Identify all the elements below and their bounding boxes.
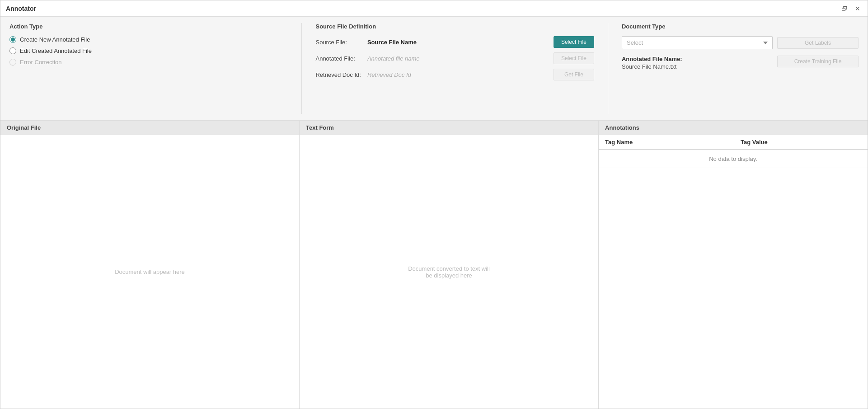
action-type-radio-group: Create New Annotated File Edit Created A… (9, 36, 288, 66)
title-bar: Annotator 🗗 ✕ (0, 0, 868, 17)
retrieved-doc-placeholder: Retrieved Doc Id (367, 71, 547, 78)
document-type-section: Document Type Select Get Labels Annotate… (622, 23, 859, 114)
source-file-definition-section: Source File Definition Source File: Sour… (315, 23, 608, 114)
close-button[interactable]: ✕ (853, 5, 862, 13)
radio-create-new-label: Create New Annotated File (20, 36, 90, 43)
get-file-button[interactable]: Get File (554, 69, 594, 80)
original-file-body: Document will appear here (0, 135, 299, 409)
annotations-panel: Annotations Tag Name Tag Value No data t… (599, 121, 868, 409)
window-title: Annotator (6, 5, 36, 12)
source-file-grid: Source File: Source File Name Select Fil… (315, 36, 594, 80)
no-data-row: No data to display. (599, 150, 868, 168)
document-type-select[interactable]: Select (622, 36, 773, 49)
radio-error-correction[interactable]: Error Correction (9, 59, 288, 66)
text-form-header: Text Form (300, 121, 598, 135)
radio-edit-created[interactable]: Edit Created Annotated File (9, 47, 288, 54)
create-training-file-button[interactable]: Create Training File (777, 56, 859, 67)
retrieved-doc-label: Retrieved Doc Id: (315, 71, 361, 78)
window-controls: 🗗 ✕ (840, 5, 862, 13)
config-area: Action Type Create New Annotated File Ed… (0, 17, 868, 121)
source-file-definition-title: Source File Definition (315, 23, 594, 30)
get-labels-button[interactable]: Get Labels (777, 37, 859, 49)
annotations-table: Tag Name Tag Value No data to display. (599, 135, 868, 168)
original-file-header: Original File (0, 121, 299, 135)
annotator-window: Annotator 🗗 ✕ Action Type Create New Ann… (0, 0, 868, 409)
text-form-placeholder: Document converted to text willbe displa… (408, 265, 490, 279)
source-file-value: Source File Name (367, 39, 547, 46)
radio-error-correction-label: Error Correction (20, 59, 61, 66)
panels-area: Original File Document will appear here … (0, 121, 868, 409)
action-type-title: Action Type (9, 23, 288, 30)
original-file-placeholder: Document will appear here (115, 268, 185, 275)
annotated-file-placeholder: Annotated file name (367, 55, 547, 62)
annotated-file-name-value: Source File Name.txt (622, 63, 773, 70)
document-type-title: Document Type (622, 23, 859, 30)
annotations-body: Tag Name Tag Value No data to display. (599, 135, 868, 409)
text-form-body: Document converted to text willbe displa… (300, 135, 598, 409)
radio-create-new[interactable]: Create New Annotated File (9, 36, 288, 43)
radio-edit-created-label: Edit Created Annotated File (20, 47, 92, 54)
action-type-section: Action Type Create New Annotated File Ed… (9, 23, 302, 114)
restore-button[interactable]: 🗗 (840, 5, 849, 13)
select-source-file-button[interactable]: Select File (554, 36, 594, 48)
select-annotated-file-button[interactable]: Select File (554, 52, 594, 64)
annotations-header: Annotations (599, 121, 868, 135)
annotated-file-name-label: Annotated File Name: (622, 56, 773, 62)
col-tag-name: Tag Name (599, 135, 734, 150)
original-file-panel: Original File Document will appear here (0, 121, 300, 409)
no-data-message: No data to display. (599, 150, 868, 168)
source-file-label: Source File: (315, 39, 361, 46)
col-tag-value: Tag Value (734, 135, 868, 150)
annotated-file-label: Annotated File: (315, 55, 361, 62)
text-form-panel: Text Form Document converted to text wil… (300, 121, 599, 409)
